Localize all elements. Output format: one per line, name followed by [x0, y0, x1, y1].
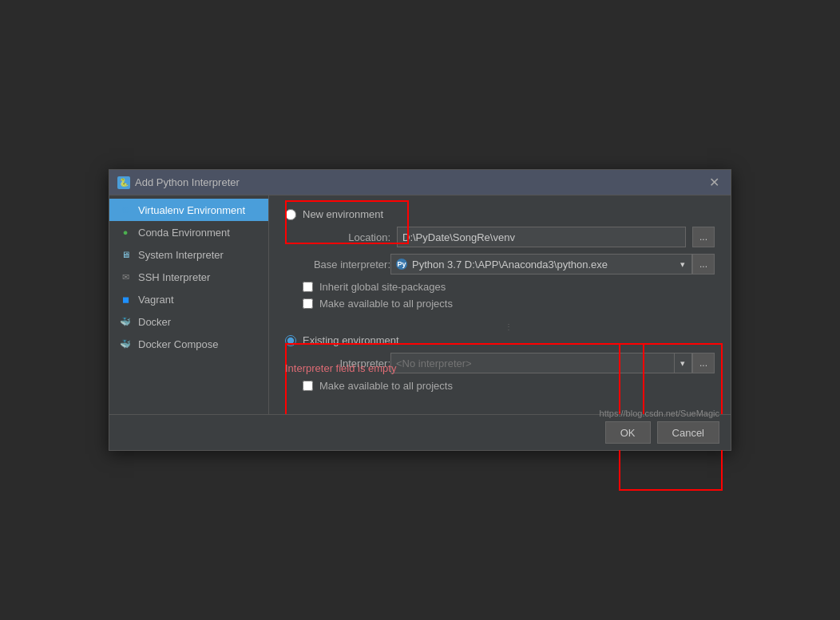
base-interpreter-display: Py Python 3.7 D:\APP\Anaconda3\python.ex… [390, 254, 675, 274]
new-environment-section: New environment Location: ... Base inter… [285, 208, 715, 310]
location-browse-button[interactable]: ... [692, 227, 715, 247]
cancel-button[interactable]: Cancel [657, 421, 719, 444]
divider: ⋮ [303, 319, 715, 334]
inherit-label: Inherit global site-packages [319, 281, 446, 293]
existing-env-radio[interactable] [285, 335, 296, 346]
sidebar-label-ssh: SSH Interpreter [138, 271, 210, 283]
location-label: Location: [303, 231, 390, 243]
base-interpreter-value: Python 3.7 D:\APP\Anaconda3\python.exe [412, 259, 608, 271]
make-available-1-label: Make available to all projects [319, 298, 453, 310]
make-available-1-checkbox[interactable] [303, 298, 313, 309]
interpreter-dropdown-button[interactable]: ▾ [675, 353, 692, 373]
base-interpreter-dropdown[interactable]: ▾ [675, 254, 692, 274]
sidebar-item-conda[interactable]: ● Conda Environment [109, 221, 268, 243]
close-button[interactable]: ✕ [706, 175, 723, 191]
system-icon: 🖥 [119, 248, 132, 261]
make-available-2-label: Make available to all projects [319, 380, 453, 392]
sidebar: ⚙ Virtualenv Environment ● Conda Environ… [109, 195, 269, 414]
dialog-body: ⚙ Virtualenv Environment ● Conda Environ… [109, 195, 731, 414]
sidebar-item-system[interactable]: 🖥 System Interpreter [109, 243, 268, 266]
new-env-radio-row: New environment [285, 208, 715, 220]
existing-env-label: Existing environment [303, 334, 399, 346]
sidebar-item-ssh[interactable]: ✉ SSH Interpreter [109, 266, 268, 288]
dialog-title: Add Python Interpreter [135, 176, 240, 188]
virtualenv-icon: ⚙ [119, 203, 132, 216]
sidebar-item-docker-compose[interactable]: 🐳 Docker Compose [109, 333, 268, 355]
docker-compose-icon: 🐳 [119, 338, 132, 350]
dialog-titlebar: 🐍 Add Python Interpreter ✕ [109, 170, 731, 195]
interpreter-input[interactable] [390, 353, 675, 373]
dialog-icon: 🐍 [117, 176, 130, 189]
new-env-radio[interactable] [285, 209, 296, 220]
sidebar-label-conda: Conda Environment [138, 227, 230, 239]
error-message: Interpreter field is empty [285, 362, 396, 374]
interpreter-browse-button[interactable]: ... [692, 353, 715, 373]
add-interpreter-dialog: 🐍 Add Python Interpreter ✕ ⚙ Virtualenv … [109, 169, 731, 451]
titlebar-left: 🐍 Add Python Interpreter [117, 176, 240, 189]
dialog-footer: https://blog.csdn.net/SueMagic OK Cancel [109, 414, 731, 450]
ok-button[interactable]: OK [605, 421, 651, 444]
make-available-2-checkbox[interactable] [303, 381, 313, 391]
ssh-icon: ✉ [119, 271, 132, 283]
sidebar-item-docker[interactable]: 🐳 Docker [109, 310, 268, 333]
sidebar-label-docker: Docker [138, 316, 171, 328]
make-available-2-row: Make available to all projects [303, 380, 715, 392]
base-interpreter-label: Base interpreter: [303, 259, 390, 271]
sidebar-label-docker-compose: Docker Compose [138, 338, 218, 350]
main-content: New environment Location: ... Base inter… [269, 195, 731, 414]
sidebar-item-vagrant[interactable]: ◼ Vagrant [109, 288, 268, 310]
watermark: https://blog.csdn.net/SueMagic [600, 409, 719, 418]
make-available-1-row: Make available to all projects [303, 298, 715, 310]
existing-env-radio-row: Existing environment [285, 334, 715, 346]
sidebar-item-virtualenv[interactable]: ⚙ Virtualenv Environment [109, 199, 268, 221]
docker-icon: 🐳 [119, 315, 132, 328]
sidebar-label-vagrant: Vagrant [138, 294, 174, 306]
python-icon: Py [396, 259, 407, 270]
sidebar-label-system: System Interpreter [138, 249, 224, 261]
inherit-checkbox-row: Inherit global site-packages [303, 281, 715, 293]
location-row: Location: ... [303, 227, 715, 247]
base-interpreter-browse[interactable]: ... [692, 254, 715, 274]
sidebar-label-virtualenv: Virtualenv Environment [138, 204, 245, 216]
new-env-label: New environment [303, 208, 383, 220]
location-input[interactable] [397, 227, 686, 247]
base-interpreter-row: Base interpreter: Py Python 3.7 D:\APP\A… [303, 254, 715, 274]
conda-icon: ● [119, 226, 132, 239]
inherit-checkbox[interactable] [303, 282, 313, 292]
vagrant-icon: ◼ [119, 293, 132, 306]
